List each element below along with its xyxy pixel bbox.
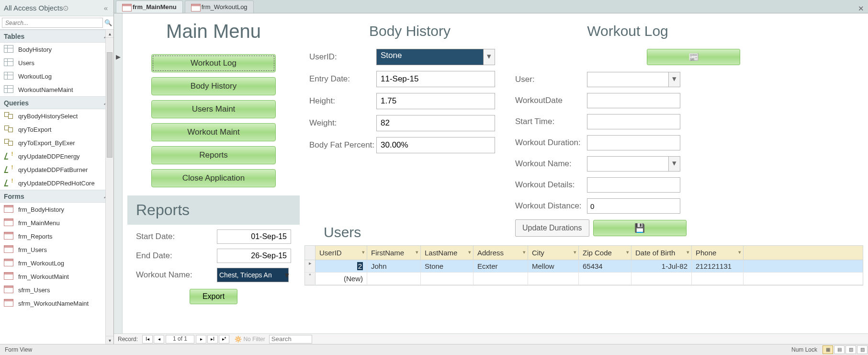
- cell-empty[interactable]: [421, 273, 473, 285]
- cell-new[interactable]: (New): [316, 273, 367, 285]
- nav-query-toexportbyexer[interactable]: qryToExport_ByExer: [0, 136, 113, 149]
- scroll-thumb[interactable]: [107, 52, 113, 158]
- cell-dob[interactable]: 1-Jul-82: [631, 260, 692, 272]
- chevron-down-icon[interactable]: ▾: [523, 249, 526, 255]
- col-address[interactable]: Address▾: [473, 246, 528, 260]
- form-view-button[interactable]: ▦: [823, 345, 833, 354]
- tab-frm-mainmenu[interactable]: frm_MainMenu: [116, 0, 183, 13]
- cell-firstname[interactable]: John: [367, 260, 421, 272]
- cell-lastname[interactable]: Stone: [421, 260, 473, 272]
- workout-log-button[interactable]: Workout Log: [151, 54, 276, 72]
- cell-empty[interactable]: [692, 273, 744, 285]
- last-record-button[interactable]: ▸I: [207, 335, 218, 344]
- nav-form-workoutlog[interactable]: frm_WorkoutLog: [0, 256, 113, 270]
- search-icon[interactable]: 🔍: [103, 16, 113, 29]
- record-search-input[interactable]: [269, 335, 312, 344]
- nav-query-toexport[interactable]: qryToExport: [0, 123, 113, 136]
- nav-table-bodyhistory[interactable]: BodyHistory: [0, 43, 113, 56]
- starttime-input[interactable]: [587, 114, 680, 129]
- cell-city[interactable]: Mellow: [528, 260, 579, 272]
- nav-form-reports[interactable]: frm_Reports: [0, 229, 113, 243]
- nav-form-sfrmusers[interactable]: sfrm_Users: [0, 283, 113, 297]
- nav-search-input[interactable]: [2, 18, 103, 28]
- users-maint-button[interactable]: Users Maint: [151, 100, 276, 118]
- entrydate-input[interactable]: [376, 71, 495, 87]
- cell-empty[interactable]: [631, 273, 692, 285]
- workoutdate-input[interactable]: [587, 93, 680, 108]
- nav-group-queries-header[interactable]: Queries ︽: [0, 96, 113, 109]
- tab-frm-workoutlog[interactable]: frm_WorkoutLog: [185, 0, 254, 13]
- workout-maint-button[interactable]: Workout Maint: [151, 123, 276, 141]
- chevron-down-icon[interactable]: ▾: [362, 249, 365, 255]
- filter-indicator[interactable]: 🔆 No Filter: [235, 336, 265, 343]
- weight-input[interactable]: [376, 115, 495, 131]
- new-record-button[interactable]: 📰: [647, 49, 740, 65]
- dropdown-icon[interactable]: ▾: [669, 72, 680, 87]
- dropdown-icon[interactable]: ▾: [669, 156, 680, 172]
- nav-scrollbar[interactable]: ▴ ▾: [105, 30, 113, 344]
- cell-empty[interactable]: [528, 273, 579, 285]
- workout-name-combo[interactable]: [217, 268, 289, 282]
- next-record-button[interactable]: ▸: [196, 335, 206, 344]
- chevron-down-icon[interactable]: ▾: [574, 249, 576, 255]
- nav-query-updateddpfatburner[interactable]: qryUpdateDDPFatBurner: [0, 163, 113, 176]
- body-history-button[interactable]: Body History: [151, 77, 276, 95]
- nav-query-bodyhistoryselect[interactable]: qryBodyHistorySelect: [0, 109, 113, 123]
- shutter-expand-icon[interactable]: ▶: [114, 47, 122, 66]
- nav-form-sfrmworkoutnamemaint[interactable]: sfrm_WorkoutNameMaint: [0, 297, 113, 310]
- first-record-button[interactable]: I◂: [142, 335, 153, 344]
- height-input[interactable]: [376, 93, 495, 109]
- cell-empty[interactable]: [579, 273, 631, 285]
- nav-query-updateddpenergy[interactable]: qryUpdateDDPEnergy: [0, 149, 113, 163]
- chevron-down-icon[interactable]: ▾: [738, 249, 741, 255]
- cell-empty[interactable]: [367, 273, 421, 285]
- col-lastname[interactable]: LastName▾: [421, 246, 473, 260]
- design-view-button[interactable]: ▨: [857, 345, 868, 354]
- nav-form-mainmenu[interactable]: frm_MainMenu: [0, 216, 113, 229]
- col-dateofbirth[interactable]: Date of Birth▾: [631, 246, 692, 260]
- new-record-nav-button[interactable]: ▸*: [219, 335, 229, 344]
- nav-title-dropdown-icon[interactable]: ⊙: [63, 4, 69, 12]
- record-selector-new[interactable]: *: [305, 273, 316, 285]
- col-phone[interactable]: Phone▾: [692, 246, 744, 260]
- cell-userid[interactable]: 2: [316, 260, 367, 272]
- col-city[interactable]: City▾: [528, 246, 579, 260]
- col-userid[interactable]: UserID▾: [316, 246, 367, 260]
- workoutdetails-input[interactable]: [587, 177, 680, 193]
- chevron-down-icon[interactable]: ▾: [468, 249, 471, 255]
- nav-table-users[interactable]: Users: [0, 56, 113, 69]
- nav-query-updateddpredhotcore[interactable]: qryUpdateDDPRedHotCore: [0, 176, 113, 190]
- chevron-down-icon[interactable]: ▾: [416, 249, 418, 255]
- col-zipcode[interactable]: Zip Code▾: [579, 246, 631, 260]
- scroll-up-icon[interactable]: ▴: [106, 30, 113, 38]
- nav-group-forms-header[interactable]: Forms ︽: [0, 190, 113, 203]
- nav-table-workoutlog[interactable]: WorkoutLog: [0, 69, 113, 83]
- users-row-new[interactable]: * (New): [305, 273, 863, 285]
- tab-close-icon[interactable]: ✕: [854, 4, 868, 13]
- nav-form-workoutmaint[interactable]: frm_WorkoutMaint: [0, 270, 113, 283]
- nav-group-tables-header[interactable]: Tables ︽: [0, 30, 113, 43]
- chevron-down-icon[interactable]: ▾: [626, 249, 629, 255]
- close-application-button[interactable]: Close Application: [151, 169, 276, 187]
- workoutname-combo[interactable]: [587, 156, 669, 172]
- end-date-input[interactable]: [217, 249, 291, 263]
- workoutduration-input[interactable]: [587, 135, 680, 150]
- reports-button[interactable]: Reports: [151, 146, 276, 164]
- record-position[interactable]: 1 of 1: [166, 335, 194, 344]
- col-firstname[interactable]: FirstName▾: [367, 246, 421, 260]
- shutter-bar[interactable]: ▶: [114, 13, 123, 344]
- cell-zip[interactable]: 65434: [579, 260, 631, 272]
- workoutdistance-input[interactable]: [587, 198, 680, 214]
- nav-header[interactable]: All Access Objects ⊙ «: [0, 0, 113, 16]
- record-selector-header[interactable]: [305, 246, 316, 260]
- chevron-down-icon[interactable]: ▾: [687, 249, 689, 255]
- cell-address[interactable]: Ecxter: [473, 260, 528, 272]
- layout-view-button[interactable]: ▧: [845, 345, 856, 354]
- record-selector[interactable]: ▸: [305, 260, 316, 272]
- nav-table-workoutnamemaint[interactable]: WorkoutNameMaint: [0, 83, 113, 96]
- export-button[interactable]: Export: [190, 289, 237, 304]
- nav-collapse-icon[interactable]: «: [102, 4, 110, 12]
- user-combo[interactable]: [587, 72, 669, 87]
- dropdown-icon[interactable]: ▾: [484, 49, 495, 65]
- nav-form-users[interactable]: frm_Users: [0, 243, 113, 256]
